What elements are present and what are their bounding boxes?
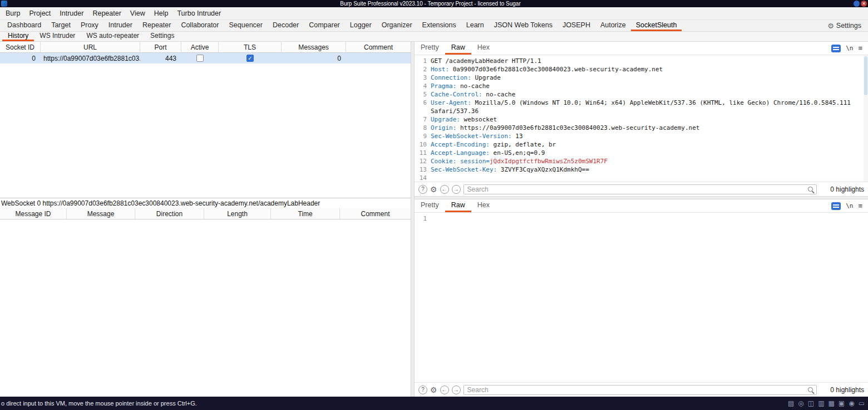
- network-icon[interactable]: ◫: [808, 399, 814, 407]
- response-raw-tab[interactable]: Raw: [445, 199, 471, 212]
- table-row[interactable]: 0 https://0a99007d03e6fb2881c03... 443 0: [0, 53, 411, 64]
- code-line: 13Sec-WebSocket-Key: 3ZVYF3CqyaXQzxQ1Kdm…: [415, 165, 868, 174]
- col-comment[interactable]: Comment: [346, 42, 411, 52]
- display-icon[interactable]: ▣: [839, 399, 845, 407]
- search-settings-icon[interactable]: ⚙: [430, 385, 437, 394]
- tab-autorize[interactable]: Autorize: [595, 20, 631, 31]
- tab-decoder[interactable]: Decoder: [268, 20, 304, 31]
- window-title: Burp Suite Professional v2023.10 - Tempo…: [7, 1, 854, 7]
- code-line: 11Accept-Language: en-US,en;q=0.9: [415, 149, 868, 157]
- nonprinting-chars-icon[interactable]: \n: [846, 45, 853, 52]
- close-icon[interactable]: ✕: [861, 1, 867, 7]
- active-checkbox[interactable]: [196, 55, 204, 62]
- tab-json-web-tokens[interactable]: JSON Web Tokens: [489, 20, 558, 31]
- col-message[interactable]: Message: [67, 208, 135, 219]
- col-socket-id[interactable]: Socket ID: [0, 42, 41, 52]
- help-icon[interactable]: ?: [418, 185, 427, 194]
- line-number: 6: [415, 99, 427, 115]
- menu-help[interactable]: Help: [150, 7, 173, 19]
- col-tls[interactable]: TLS: [219, 42, 282, 52]
- response-pretty-tab[interactable]: Pretty: [415, 199, 445, 212]
- subtab-ws-auto-repeater[interactable]: WS auto-repeater: [81, 32, 145, 41]
- prev-match-button[interactable]: ←: [440, 385, 449, 394]
- help-icon[interactable]: ?: [418, 385, 427, 394]
- menu-intruder[interactable]: Intruder: [55, 7, 88, 19]
- search-input[interactable]: [467, 386, 808, 394]
- tls-checkbox[interactable]: [246, 55, 254, 62]
- search-icon: [808, 187, 813, 192]
- col-messages[interactable]: Messages: [282, 42, 346, 52]
- hdd-icon[interactable]: ▤: [788, 399, 794, 407]
- history-panel: Socket ID URL Port Active TLS Messages C…: [0, 42, 411, 397]
- menu-project[interactable]: Project: [24, 7, 55, 19]
- window-menu-icon[interactable]: [854, 1, 860, 7]
- menu-view[interactable]: View: [126, 7, 150, 19]
- editor-menu-icon[interactable]: ≡: [858, 44, 862, 52]
- code-line: 7Upgrade: websocket: [415, 115, 868, 124]
- request-editor: Pretty Raw Hex \n ≡ 1GET /academyLabHead…: [415, 42, 868, 196]
- editor-display-icon[interactable]: [831, 202, 841, 210]
- request-raw-tab[interactable]: Raw: [445, 42, 471, 55]
- shared-folder-icon[interactable]: ▦: [828, 399, 834, 407]
- search-input[interactable]: [467, 186, 808, 193]
- menu-burp[interactable]: Burp: [1, 7, 24, 19]
- scrollbar[interactable]: [864, 55, 868, 182]
- optical-icon[interactable]: ◎: [798, 399, 803, 407]
- col-time[interactable]: Time: [271, 208, 340, 219]
- request-pretty-tab[interactable]: Pretty: [415, 42, 445, 55]
- tab-joseph[interactable]: JOSEPH: [558, 20, 595, 31]
- settings-button[interactable]: ⚙ Settings: [827, 20, 868, 31]
- col-direction[interactable]: Direction: [135, 208, 204, 219]
- code-line: 1: [415, 214, 868, 223]
- tab-repeater[interactable]: Repeater: [137, 20, 176, 31]
- app-icon: [1, 1, 7, 7]
- request-content[interactable]: 1GET /academyLabHeader HTTP/1.12Host: 0a…: [415, 55, 868, 182]
- vm-status-text: o direct input to this VM, move the mous…: [1, 400, 197, 407]
- vertical-splitter[interactable]: [411, 42, 415, 397]
- search-settings-icon[interactable]: ⚙: [430, 185, 437, 194]
- code-line: 10Accept-Encoding: gzip, deflate, br: [415, 140, 868, 149]
- tab-collaborator[interactable]: Collaborator: [176, 20, 224, 31]
- menu-turbo-intruder[interactable]: Turbo Intruder: [172, 7, 225, 19]
- line-number: 9: [415, 132, 427, 140]
- vm-titlebar: Burp Suite Professional v2023.10 - Tempo…: [0, 0, 868, 7]
- code-line: 6User-Agent: Mozilla/5.0 (Windows NT 10.…: [415, 99, 868, 115]
- editor-display-icon[interactable]: [831, 45, 841, 52]
- subtab-settings[interactable]: Settings: [145, 32, 180, 41]
- request-hex-tab[interactable]: Hex: [471, 42, 496, 55]
- tab-intruder[interactable]: Intruder: [103, 20, 137, 31]
- tab-logger[interactable]: Logger: [345, 20, 377, 31]
- subtab-ws-intruder[interactable]: WS Intruder: [34, 32, 81, 41]
- menu-repeater[interactable]: Repeater: [88, 7, 125, 19]
- next-match-button[interactable]: →: [452, 185, 461, 194]
- line-number: 1: [415, 57, 427, 65]
- tab-sequencer[interactable]: Sequencer: [224, 20, 267, 31]
- tab-socketsleuth[interactable]: SocketSleuth: [631, 20, 682, 31]
- tab-learn[interactable]: Learn: [461, 20, 489, 31]
- mouse-pointer-icon[interactable]: ▭: [859, 399, 865, 407]
- subtab-history[interactable]: History: [2, 32, 34, 41]
- tab-target[interactable]: Target: [46, 20, 76, 31]
- editor-menu-icon[interactable]: ≡: [858, 202, 862, 210]
- response-content[interactable]: 1: [415, 213, 868, 382]
- recording-icon[interactable]: ◉: [849, 399, 854, 407]
- response-hex-tab[interactable]: Hex: [471, 199, 496, 212]
- nonprinting-chars-icon[interactable]: \n: [846, 202, 853, 209]
- col-active[interactable]: Active: [181, 42, 219, 52]
- col-length[interactable]: Length: [204, 208, 271, 219]
- tab-comparer[interactable]: Comparer: [304, 20, 345, 31]
- next-match-button[interactable]: →: [452, 385, 461, 394]
- col-url[interactable]: URL: [41, 42, 140, 52]
- tab-extensions[interactable]: Extensions: [417, 20, 461, 31]
- usb-icon[interactable]: ▥: [818, 399, 824, 407]
- tab-proxy[interactable]: Proxy: [76, 20, 103, 31]
- tab-organizer[interactable]: Organizer: [377, 20, 417, 31]
- col-port[interactable]: Port: [140, 42, 181, 52]
- col-msg-comment[interactable]: Comment: [340, 208, 411, 219]
- col-message-id[interactable]: Message ID: [0, 208, 67, 219]
- port-cell: 443: [140, 53, 181, 64]
- line-number: 14: [415, 174, 427, 182]
- tab-dashboard[interactable]: Dashboard: [2, 20, 46, 31]
- prev-match-button[interactable]: ←: [440, 185, 449, 194]
- code-line: 3Connection: Upgrade: [415, 74, 868, 82]
